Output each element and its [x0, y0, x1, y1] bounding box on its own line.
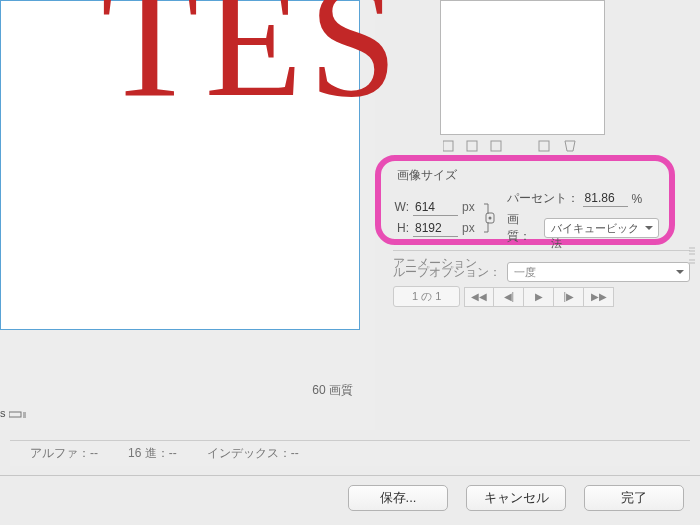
- pager-count: 1 の 1: [393, 286, 460, 307]
- color-info-bar: アルファ：-- 16 進：-- インデックス：--: [10, 440, 690, 466]
- loop-select-value: 一度: [514, 266, 536, 278]
- height-label: H:: [391, 221, 409, 235]
- ruler-dropdown[interactable]: s: [0, 407, 40, 425]
- loop-option-row: ループオプション： 一度: [393, 262, 690, 282]
- cancel-button[interactable]: キャンセル: [466, 485, 566, 511]
- frame-pager: 1 の 1 ◀◀ ◀| ▶ |▶ ▶▶: [393, 286, 690, 307]
- index-readout: インデックス：--: [207, 445, 299, 462]
- svg-rect-0: [9, 412, 21, 417]
- image-size-group: 画像サイズ W: px H: px: [375, 155, 675, 245]
- aspect-lock-toggle[interactable]: [480, 197, 501, 239]
- pager-next-button[interactable]: |▶: [554, 287, 584, 307]
- ruler-icon: [9, 409, 27, 419]
- done-button[interactable]: 完了: [584, 485, 684, 511]
- save-button[interactable]: 保存...: [348, 485, 448, 511]
- canvas-outline[interactable]: TES: [0, 0, 360, 330]
- quality-select[interactable]: バイキュービック法: [544, 218, 659, 238]
- pager-first-button[interactable]: ◀◀: [464, 287, 494, 307]
- percent-label: パーセント：: [507, 190, 579, 207]
- footer-divider: [0, 475, 700, 476]
- svg-rect-4: [539, 141, 549, 151]
- svg-point-6: [489, 216, 492, 219]
- loop-label: ループオプション：: [393, 264, 501, 281]
- quality-label: 画質：: [507, 211, 540, 245]
- dialog-buttons: 保存... キャンセル 完了: [348, 485, 684, 511]
- preview-pane: TES 60 画質 s: [0, 0, 375, 430]
- alpha-readout: アルファ：--: [30, 445, 98, 462]
- pager-last-button[interactable]: ▶▶: [584, 287, 614, 307]
- quality-select-value: バイキュービック法: [551, 222, 639, 249]
- pager-prev-button[interactable]: ◀|: [494, 287, 524, 307]
- canvas-sample-text: TES: [101, 0, 403, 121]
- thumbnail-preview: [440, 0, 605, 135]
- pager-play-button[interactable]: ▶: [524, 287, 554, 307]
- percent-input[interactable]: [583, 190, 628, 207]
- loop-select[interactable]: 一度: [507, 262, 690, 282]
- preview-quality-label: 60 画質: [312, 382, 353, 399]
- width-input[interactable]: [413, 199, 458, 216]
- svg-rect-1: [443, 141, 453, 151]
- percent-unit: %: [632, 192, 643, 206]
- height-unit: px: [462, 221, 480, 235]
- scrollbar-handle[interactable]: [688, 246, 696, 266]
- height-input[interactable]: [413, 220, 458, 237]
- svg-rect-3: [491, 141, 501, 151]
- width-unit: px: [462, 200, 480, 214]
- width-label: W:: [391, 200, 409, 214]
- ruler-suffix: s: [0, 407, 6, 419]
- svg-rect-2: [467, 141, 477, 151]
- image-size-title: 画像サイズ: [397, 167, 659, 184]
- hex-readout: 16 進：--: [128, 445, 177, 462]
